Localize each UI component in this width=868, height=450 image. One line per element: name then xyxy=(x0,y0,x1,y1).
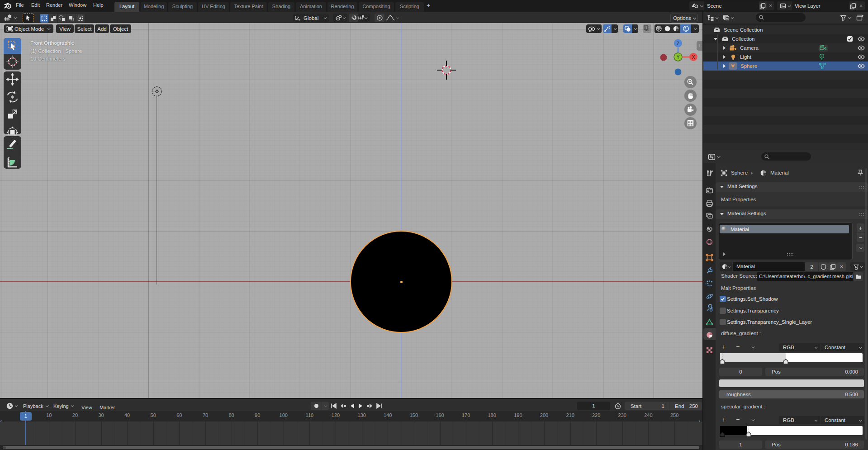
svg-text:Y: Y xyxy=(677,55,680,60)
svg-text:Z: Z xyxy=(677,41,679,46)
svg-text:X: X xyxy=(692,55,695,60)
